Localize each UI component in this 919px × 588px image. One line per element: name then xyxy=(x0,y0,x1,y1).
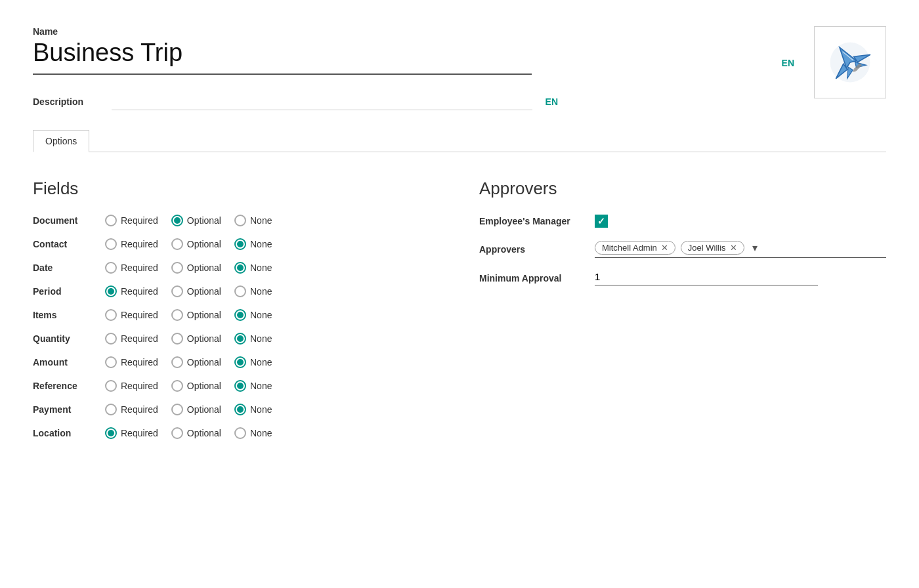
desc-en-badge[interactable]: EN xyxy=(545,96,558,107)
radio-circle-location-optional xyxy=(171,427,183,439)
radio-circle-payment-none xyxy=(234,404,246,415)
radio-label-amount-required: Required xyxy=(121,357,158,368)
radio-label-items-none: None xyxy=(250,310,272,320)
radio-option-reference-none[interactable]: None xyxy=(234,380,272,392)
radio-group-payment: RequiredOptionalNone xyxy=(105,404,272,415)
radio-option-items-required[interactable]: Required xyxy=(105,309,158,321)
radio-option-document-optional[interactable]: Optional xyxy=(171,215,221,226)
chip-mitchell-admin: Mitchell Admin ✕ xyxy=(595,241,675,255)
radio-option-document-none[interactable]: None xyxy=(234,215,272,226)
radio-option-quantity-required[interactable]: Required xyxy=(105,333,158,345)
radio-option-payment-optional[interactable]: Optional xyxy=(171,404,221,415)
radio-option-payment-none[interactable]: None xyxy=(234,404,272,415)
radio-group-document: RequiredOptionalNone xyxy=(105,215,272,226)
radio-group-period: RequiredOptionalNone xyxy=(105,285,272,297)
radio-option-contact-optional[interactable]: Optional xyxy=(171,238,221,250)
radio-option-location-optional[interactable]: Optional xyxy=(171,427,221,439)
top-section: Name Business Trip EN Description EN xyxy=(33,26,886,110)
min-approval-label: Minimum Approval xyxy=(479,273,584,284)
radio-label-reference-optional: Optional xyxy=(187,381,221,391)
approvers-chips-container: Mitchell Admin ✕ Joel Willis ✕ ▾ xyxy=(595,241,886,258)
approvers-section: Approvers Employee's Manager ✓ Approvers… xyxy=(479,178,886,451)
radio-circle-reference-none xyxy=(234,380,246,392)
radio-option-date-none[interactable]: None xyxy=(234,262,272,274)
radio-label-location-required: Required xyxy=(121,428,158,438)
radio-circle-payment-optional xyxy=(171,404,183,415)
radio-label-document-none: None xyxy=(250,215,272,226)
radio-option-quantity-none[interactable]: None xyxy=(234,333,272,345)
radio-circle-reference-optional xyxy=(171,380,183,392)
employees-manager-label: Employee's Manager xyxy=(479,216,584,226)
radio-option-period-none[interactable]: None xyxy=(234,285,272,297)
min-approval-row: Minimum Approval xyxy=(479,271,886,285)
tab-options[interactable]: Options xyxy=(33,130,89,152)
field-name-items: Items xyxy=(33,310,105,320)
field-name-document: Document xyxy=(33,215,105,226)
radio-label-quantity-none: None xyxy=(250,333,272,344)
radio-circle-date-required xyxy=(105,262,117,274)
radio-label-date-none: None xyxy=(250,262,272,273)
chip-joel-label: Joel Willis xyxy=(688,243,726,253)
employees-manager-checkbox[interactable]: ✓ xyxy=(595,215,608,228)
radio-option-amount-none[interactable]: None xyxy=(234,356,272,368)
radio-group-reference: RequiredOptionalNone xyxy=(105,380,272,392)
radio-circle-date-none xyxy=(234,262,246,274)
min-approval-input[interactable] xyxy=(595,271,818,285)
radio-option-amount-optional[interactable]: Optional xyxy=(171,356,221,368)
radio-circle-document-required xyxy=(105,215,117,226)
field-name-amount: Amount xyxy=(33,357,105,368)
radio-option-document-required[interactable]: Required xyxy=(105,215,158,226)
name-label: Name xyxy=(33,26,794,37)
approvers-title: Approvers xyxy=(479,178,886,199)
radio-label-document-optional: Optional xyxy=(187,215,221,226)
field-row-payment: PaymentRequiredOptionalNone xyxy=(33,404,440,415)
radio-option-period-optional[interactable]: Optional xyxy=(171,285,221,297)
name-value[interactable]: Business Trip xyxy=(33,39,532,70)
radio-label-date-optional: Optional xyxy=(187,262,221,273)
desc-row: Description EN xyxy=(33,93,558,110)
field-name-period: Period xyxy=(33,286,105,297)
tabs-row: Options xyxy=(33,130,886,152)
fields-container: DocumentRequiredOptionalNoneContactRequi… xyxy=(33,215,440,439)
description-input[interactable] xyxy=(112,93,532,110)
chip-joel-remove[interactable]: ✕ xyxy=(730,243,737,253)
radio-circle-contact-required xyxy=(105,238,117,250)
name-input-wrap: Business Trip xyxy=(33,39,532,75)
radio-circle-contact-optional xyxy=(171,238,183,250)
chip-mitchell-remove[interactable]: ✕ xyxy=(661,243,668,253)
radio-option-location-none[interactable]: None xyxy=(234,427,272,439)
radio-label-period-required: Required xyxy=(121,286,158,297)
radio-label-period-none: None xyxy=(250,286,272,297)
radio-circle-payment-required xyxy=(105,404,117,415)
desc-label: Description xyxy=(33,96,112,107)
radio-label-contact-optional: Optional xyxy=(187,239,221,249)
radio-option-amount-required[interactable]: Required xyxy=(105,356,158,368)
field-row-items: ItemsRequiredOptionalNone xyxy=(33,309,440,321)
radio-option-quantity-optional[interactable]: Optional xyxy=(171,333,221,345)
radio-option-period-required[interactable]: Required xyxy=(105,285,158,297)
approvers-dropdown-arrow[interactable]: ▾ xyxy=(752,242,758,254)
radio-circle-quantity-none xyxy=(234,333,246,345)
airplane-icon-box xyxy=(814,26,886,98)
radio-option-items-optional[interactable]: Optional xyxy=(171,309,221,321)
radio-circle-period-none xyxy=(234,285,246,297)
radio-circle-amount-optional xyxy=(171,356,183,368)
radio-option-items-none[interactable]: None xyxy=(234,309,272,321)
name-en-badge[interactable]: EN xyxy=(782,58,794,68)
radio-option-date-optional[interactable]: Optional xyxy=(171,262,221,274)
radio-option-contact-required[interactable]: Required xyxy=(105,238,158,250)
radio-option-location-required[interactable]: Required xyxy=(105,427,158,439)
top-left: Name Business Trip EN Description EN xyxy=(33,26,794,110)
radio-option-reference-required[interactable]: Required xyxy=(105,380,158,392)
radio-circle-period-optional xyxy=(171,285,183,297)
radio-circle-contact-none xyxy=(234,238,246,250)
radio-label-date-required: Required xyxy=(121,262,158,273)
field-row-period: PeriodRequiredOptionalNone xyxy=(33,285,440,297)
radio-option-payment-required[interactable]: Required xyxy=(105,404,158,415)
radio-option-contact-none[interactable]: None xyxy=(234,238,272,250)
field-row-contact: ContactRequiredOptionalNone xyxy=(33,238,440,250)
radio-label-payment-required: Required xyxy=(121,404,158,415)
radio-option-date-required[interactable]: Required xyxy=(105,262,158,274)
radio-option-reference-optional[interactable]: Optional xyxy=(171,380,221,392)
radio-circle-period-required xyxy=(105,285,117,297)
